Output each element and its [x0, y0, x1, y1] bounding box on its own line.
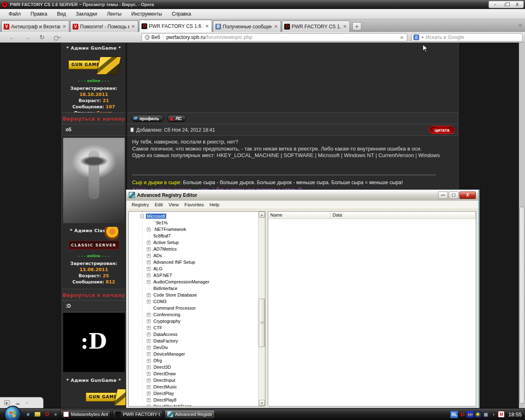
tab-close-icon[interactable]: ✕	[131, 24, 136, 29]
tree-node-label[interactable]: Direct3D	[153, 365, 172, 370]
quicklaunch-desktop-icon[interactable]	[34, 412, 41, 417]
tab[interactable]: PWR FACTORY CS 1.6 S... ✕	[282, 21, 350, 32]
tree-node-label[interactable]: ALG	[153, 266, 163, 271]
tree-node-label[interactable]: Code Store Database	[153, 292, 198, 297]
tree-node-label[interactable]: Active Setup	[153, 240, 180, 245]
column-header-name[interactable]: Name	[268, 212, 331, 219]
search-input[interactable]	[426, 34, 520, 40]
tree-node-label[interactable]: Cryptography	[153, 319, 181, 324]
page-scroll-thumb[interactable]	[520, 207, 525, 404]
tree-node-label[interactable]: DataAccess	[153, 332, 178, 337]
username[interactable]: :D	[66, 303, 71, 309]
url-field[interactable]: Веб pwrfactory.spb.ru/forum/viewtopic.ph…	[142, 33, 407, 41]
tree-node-label[interactable]: DirectPlay	[153, 391, 175, 396]
tree-row[interactable]: 5c8fbaf7	[129, 233, 265, 239]
tree-node-label[interactable]: ADs	[153, 253, 163, 258]
search-field[interactable]: 8 ▼	[411, 33, 523, 41]
expand-toggle-icon[interactable]	[147, 274, 151, 277]
expand-toggle-icon[interactable]	[147, 365, 151, 369]
tree-row[interactable]: DirectPlayNATHelp	[129, 403, 265, 406]
expand-toggle-icon[interactable]	[147, 280, 151, 284]
tree-node-label[interactable]: Conferencing	[153, 312, 181, 317]
clock[interactable]: 18:55	[508, 411, 522, 418]
tree-node-label[interactable]: DirectInput	[153, 378, 176, 383]
tray-opera-icon[interactable]: O	[459, 411, 466, 418]
tree-row[interactable]: Active Setup	[129, 239, 265, 246]
tree-row[interactable]: Advanced INF Setup	[129, 259, 265, 265]
tree-scroll-thumb[interactable]	[259, 299, 265, 347]
expand-toggle-icon[interactable]	[147, 313, 151, 317]
expand-toggle-icon[interactable]	[147, 241, 151, 244]
expand-toggle-icon[interactable]	[147, 247, 151, 251]
menu-item[interactable]: Файл	[4, 10, 25, 18]
registry-minimize-button[interactable]: —	[438, 192, 448, 199]
tree-node-label[interactable]: CTF	[153, 325, 163, 330]
minimize-button[interactable]: –	[490, 2, 500, 7]
tree-node-label[interactable]: `:9e1%	[153, 220, 169, 225]
registry-restore-button[interactable]	[449, 192, 459, 199]
expand-toggle-icon[interactable]	[147, 372, 151, 376]
tab-close-icon[interactable]: ✕	[342, 24, 347, 29]
tree-row[interactable]: Direct3D	[129, 364, 265, 370]
tree-row[interactable]: DirectPlay	[129, 390, 265, 397]
tree-node-label[interactable]: .NETFramework	[153, 227, 187, 232]
tree-row[interactable]: AD7Metrics	[129, 246, 265, 252]
tree-node-label[interactable]: Dfrg	[153, 358, 163, 363]
tree-node-label[interactable]: DirectPlayNATHelp	[153, 404, 193, 406]
tree-node-label[interactable]: AudioCompressionManager	[153, 279, 210, 284]
tree-row[interactable]: COM3	[129, 298, 265, 305]
tree-row[interactable]: Microsoft	[129, 213, 265, 219]
tray-network-icon[interactable]: ▣	[482, 411, 489, 418]
column-header-data[interactable]: Data	[331, 212, 476, 219]
quicklaunch-ie-icon[interactable]: e	[25, 411, 32, 418]
registry-menu-item[interactable]: Edit	[152, 201, 166, 208]
tree-row[interactable]: Command Processor	[129, 305, 265, 311]
tree-row[interactable]: DeviceManager	[129, 351, 265, 357]
tree-row[interactable]: AudioCompressionManager	[129, 278, 265, 285]
tree-row[interactable]: .NETFramework	[129, 226, 265, 233]
quote-button[interactable]: цитата	[429, 126, 455, 134]
expand-toggle-icon[interactable]	[147, 326, 151, 330]
expand-toggle-icon[interactable]	[147, 385, 151, 389]
expand-toggle-icon[interactable]	[147, 352, 151, 356]
expand-toggle-icon[interactable]	[147, 254, 151, 258]
tree-row[interactable]: `:9e1%	[129, 219, 265, 226]
pm-button[interactable]: ЛС	[167, 115, 186, 122]
tree-node-label[interactable]: COM3	[153, 299, 167, 304]
page-scrollbar[interactable]	[519, 43, 525, 408]
username[interactable]: o5	[66, 127, 71, 132]
start-button[interactable]	[4, 406, 21, 420]
tab-list-button[interactable]: ▽	[518, 23, 522, 28]
tree-row[interactable]: DirectMusic	[129, 383, 265, 390]
tab-close-icon[interactable]: ✕	[274, 24, 278, 29]
tree-row[interactable]: Dfrg	[129, 357, 265, 364]
back-button[interactable]: ←	[9, 34, 15, 41]
tree-node-label[interactable]: Command Processor	[153, 306, 196, 310]
tree-node-label[interactable]: Microsoft	[146, 214, 166, 219]
menu-item[interactable]: Справка	[167, 10, 196, 18]
tree-row[interactable]: CTF	[129, 324, 265, 331]
expand-toggle-icon[interactable]	[147, 333, 151, 336]
menu-item[interactable]: Закладки	[71, 10, 102, 18]
tree-row[interactable]: BidInterface	[129, 285, 265, 292]
expand-toggle-icon[interactable]	[147, 405, 151, 407]
scroll-up-icon[interactable]: ▲	[259, 212, 265, 218]
menu-item[interactable]: Вид	[52, 10, 71, 18]
quicklaunch-opera-icon[interactable]: O	[43, 411, 50, 418]
task-button[interactable]: Advanced Registry ...	[164, 410, 215, 419]
tree-row[interactable]: ASP.NET	[129, 272, 265, 278]
back-to-top-link[interactable]: Вернуться к началу	[63, 116, 125, 122]
tree-row[interactable]: DirectDraw	[129, 370, 265, 377]
tab[interactable]: Помогите! - Помощь в л... ✕	[70, 21, 138, 32]
expand-toggle-icon[interactable]	[147, 359, 151, 363]
tree-row[interactable]: DataAccess	[129, 331, 265, 338]
task-button[interactable]: Malwarebytes Anti-...	[60, 410, 111, 419]
tree-row[interactable]: DataFactory	[129, 338, 265, 344]
tray-wireless-icon[interactable]	[475, 411, 481, 418]
registry-menu-item[interactable]: Favorites	[182, 201, 207, 208]
key-icon[interactable]	[54, 36, 61, 39]
language-indicator[interactable]: RL	[450, 411, 458, 418]
tree-node-label[interactable]: AD7Metrics	[153, 247, 178, 251]
registry-title-bar[interactable]: Advanced Registry Editor — X	[126, 190, 478, 201]
tree-node-label[interactable]: DeviceManager	[153, 352, 186, 356]
